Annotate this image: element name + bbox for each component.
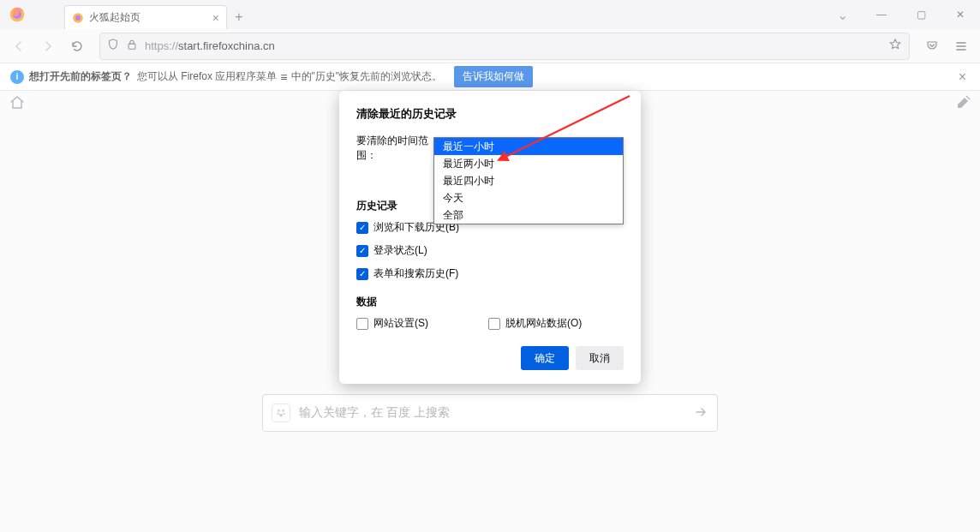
dropdown-option[interactable]: 最近一小时 — [434, 138, 623, 155]
dropdown-option[interactable]: 最近四小时 — [434, 172, 623, 189]
checkbox-login-status[interactable]: 登录状态(L) — [356, 243, 624, 258]
checkbox-icon — [356, 245, 368, 257]
cancel-button[interactable]: 取消 — [576, 346, 624, 370]
dropdown-option[interactable]: 今天 — [434, 189, 623, 206]
checkbox-site-settings[interactable]: 网站设置(S) — [356, 316, 428, 331]
checkbox-icon — [356, 318, 368, 330]
ok-button[interactable]: 确定 — [521, 346, 569, 370]
clear-history-dialog: 清除最近的历史记录 要清除的时间范围： T 最近一小时 ⌄ 最近一小时 最近两小… — [339, 91, 641, 384]
checkbox-icon — [356, 222, 368, 234]
time-range-label: 要清除的时间范围： — [356, 134, 437, 163]
checkbox-form-search-history[interactable]: 表单和搜索历史(F) — [356, 266, 624, 281]
time-range-dropdown: 最近一小时 最近两小时 最近四小时 今天 全部 — [433, 137, 624, 224]
dialog-title: 清除最近的历史记录 — [356, 106, 624, 122]
checkbox-offline-data[interactable]: 脱机网站数据(O) — [488, 316, 582, 331]
dropdown-option[interactable]: 全部 — [434, 206, 623, 224]
dropdown-option[interactable]: 最近两小时 — [434, 155, 623, 172]
checkbox-icon — [356, 268, 368, 280]
checkbox-icon — [488, 318, 500, 330]
data-section-label: 数据 — [356, 295, 624, 309]
